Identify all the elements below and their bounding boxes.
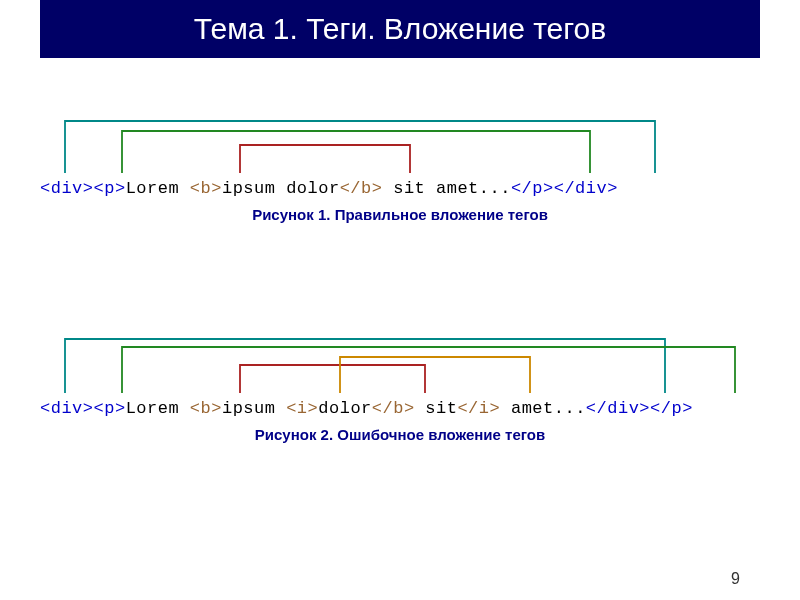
tag-b-open: <b> [190,179,222,198]
text-dolor: dolor [318,399,372,418]
figure-2-caption: Рисунок 2. Ошибочное вложение тегов [40,426,760,443]
text-lorem: Lorem [126,179,190,198]
tag-p-close: </p> [511,179,554,198]
tag-div-open: <div> [40,399,94,418]
page-number: 9 [731,570,740,588]
tag-b-close: </b> [372,399,415,418]
tag-b-open: <b> [190,399,222,418]
tag-i-open: <i> [286,399,318,418]
tag-div-close: </div> [554,179,618,198]
text-sit: sit [415,399,458,418]
figure-1: <div><p>Lorem <b>ipsum dolor</b> sit ame… [40,115,760,223]
tag-p-close: </p> [650,399,693,418]
figure-1-brackets [40,115,760,175]
tag-i-close: </i> [457,399,500,418]
tag-b-close: </b> [340,179,383,198]
figure-2: <div><p>Lorem <b>ipsum <i>dolor</b> sit<… [40,335,760,443]
figure-2-brackets [40,335,760,395]
figure-1-code: <div><p>Lorem <b>ipsum dolor</b> sit ame… [40,179,760,198]
slide-title: Тема 1. Теги. Вложение тегов [40,0,760,58]
text-amet: amet... [500,399,586,418]
figure-2-code: <div><p>Lorem <b>ipsum <i>dolor</b> sit<… [40,399,760,418]
tag-p-open: <p> [94,399,126,418]
tag-div-open: <div> [40,179,94,198]
text-lorem: Lorem [126,399,190,418]
figure-1-caption: Рисунок 1. Правильное вложение тегов [40,206,760,223]
tag-p-open: <p> [94,179,126,198]
text-ipsum-dolor: ipsum dolor [222,179,340,198]
text-ipsum: ipsum [222,399,286,418]
text-sit-amet: sit amet... [382,179,510,198]
tag-div-close: </div> [586,399,650,418]
